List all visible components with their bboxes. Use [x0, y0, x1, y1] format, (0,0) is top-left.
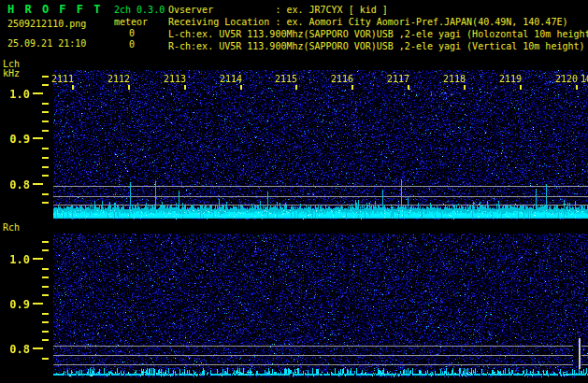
freq-major-tick [33, 258, 43, 260]
hrofft-window: H R O F F T 2ch 0.3.0 2509212110.png met… [0, 0, 588, 383]
freq-minor-tick [42, 286, 49, 288]
freq-minor-tick [42, 157, 49, 159]
minute-tick [295, 85, 297, 90]
freq-minor-tick [42, 193, 49, 195]
freq-minor-tick [42, 111, 49, 113]
khz-unit-label: kHz [3, 68, 20, 78]
freq-minor-tick [42, 313, 49, 315]
lch-config-line: L-ch:ex. UV5R 113.900Mhz(SAPPORO VOR)USB… [168, 28, 588, 40]
rch-config-line: R-ch:ex. UV5R 113.900Mhz(SAPPORO VOR)USB… [168, 40, 585, 52]
minute-label: 2111 [50, 74, 74, 84]
minute-label: 2113 [162, 74, 186, 84]
minute-label: 2114 [218, 74, 242, 84]
version-label: 2ch 0.3.0 [114, 5, 165, 15]
observer-line: Ovserver : ex. JR7CYX [ kid ] [168, 4, 388, 16]
minute-tick [408, 85, 409, 90]
app-title: H R O F F T [7, 3, 102, 16]
minute-label: 2116 [329, 74, 353, 84]
freq-tick-label: 0.8 [2, 343, 30, 356]
mode-label: meteor [114, 17, 148, 27]
minute-label: 2115 [273, 74, 297, 84]
freq-major-tick [33, 183, 43, 185]
lch-spectrogram-canvas [53, 70, 588, 220]
minute-tick [72, 85, 74, 90]
edge-partial-label: 10 [581, 74, 588, 84]
minute-tick [520, 85, 522, 90]
freq-major-tick [33, 303, 43, 305]
minute-tick [184, 85, 186, 90]
location-line: Receiving Location : ex. Aomori City Aom… [168, 16, 567, 28]
minute-tick [128, 85, 130, 90]
freq-tick-label: 0.8 [2, 178, 30, 192]
lch-meteor-count: 0 [112, 28, 135, 38]
minute-label: 2119 [497, 74, 522, 84]
freq-minor-tick [42, 76, 49, 78]
freq-minor-tick [42, 175, 49, 177]
filename-label: 2509212110.png [7, 19, 86, 29]
freq-minor-tick [42, 130, 49, 132]
minute-label: 2118 [441, 74, 466, 84]
freq-tick-label: 1.0 [2, 253, 30, 266]
freq-minor-tick [42, 249, 49, 251]
minute-tick [240, 85, 242, 90]
rch-panel-label: Rch [3, 222, 20, 233]
freq-minor-tick [42, 277, 49, 278]
freq-minor-tick [42, 268, 49, 270]
freq-minor-tick [42, 148, 49, 149]
minute-tick [576, 85, 578, 90]
freq-major-tick [33, 92, 43, 94]
freq-tick-label: 1.0 [2, 88, 30, 101]
freq-minor-tick [42, 121, 49, 122]
minute-label: 2120 [553, 74, 578, 84]
minute-tick [464, 85, 466, 90]
freq-minor-tick [42, 166, 49, 168]
minute-tick [351, 85, 353, 90]
freq-tick-label: 0.9 [2, 133, 30, 146]
freq-minor-tick [42, 321, 49, 323]
datetime-label: 25.09.21 21:10 [7, 38, 86, 49]
freq-major-tick [33, 137, 43, 139]
freq-minor-tick [42, 339, 49, 341]
freq-minor-tick [42, 241, 49, 243]
freq-minor-tick [42, 202, 49, 204]
freq-minor-tick [42, 331, 49, 333]
freq-tick-label: 0.9 [2, 298, 30, 311]
freq-minor-tick [42, 103, 49, 105]
freq-minor-tick [42, 358, 49, 360]
minute-label: 2112 [106, 74, 130, 84]
rch-meteor-count: 0 [112, 39, 135, 50]
rch-spectrogram-canvas [53, 234, 588, 377]
freq-minor-tick [42, 294, 49, 296]
freq-minor-tick [42, 84, 49, 86]
minute-label: 2117 [385, 74, 409, 84]
freq-major-tick [33, 348, 43, 349]
